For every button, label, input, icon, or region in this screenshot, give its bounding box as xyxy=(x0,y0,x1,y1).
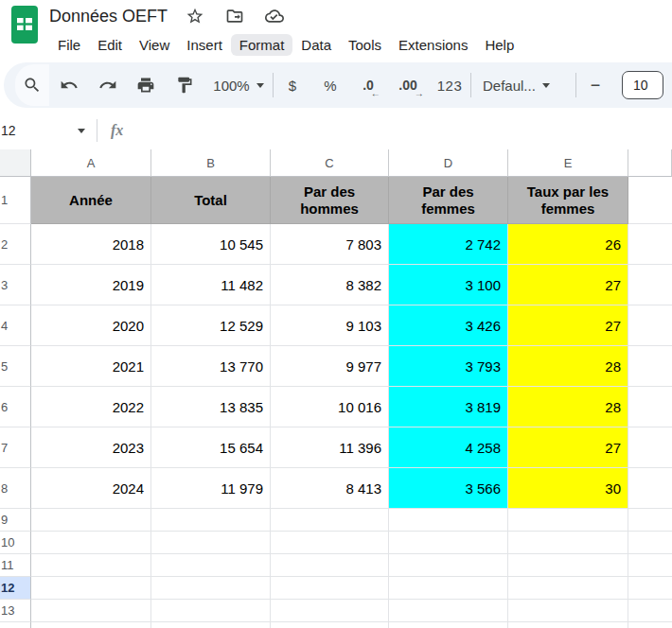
cell[interactable]: 2024 xyxy=(31,468,151,509)
cell[interactable] xyxy=(508,600,628,622)
row-header-9[interactable]: 9 xyxy=(0,509,31,532)
row-header-14-partial[interactable] xyxy=(0,622,31,628)
row-header-1[interactable]: 1 xyxy=(0,177,31,224)
row-header-11[interactable]: 11 xyxy=(0,554,31,577)
cell[interactable]: 27 xyxy=(508,305,628,346)
cell[interactable] xyxy=(389,600,508,622)
menu-format[interactable]: Format xyxy=(231,34,293,56)
cell[interactable] xyxy=(628,346,672,387)
cell[interactable]: 3 566 xyxy=(389,468,508,509)
cell[interactable] xyxy=(271,554,389,577)
menu-help[interactable]: Help xyxy=(476,34,522,56)
search-button[interactable] xyxy=(15,64,49,106)
row-header-10[interactable]: 10 xyxy=(0,532,31,554)
header-cell-annee[interactable]: Année xyxy=(31,177,151,224)
row-header-7[interactable]: 7 xyxy=(0,427,31,468)
menu-tools[interactable]: Tools xyxy=(340,34,390,56)
header-cell-total[interactable]: Total xyxy=(151,177,271,224)
paint-format-button[interactable] xyxy=(165,76,204,95)
cell[interactable] xyxy=(151,577,271,600)
chevron-down-icon[interactable] xyxy=(78,129,85,133)
row-header-2[interactable]: 2 xyxy=(0,224,31,265)
column-header-d[interactable]: D xyxy=(389,149,508,177)
cell[interactable]: 28 xyxy=(508,346,628,387)
row-header-5[interactable]: 5 xyxy=(0,346,31,387)
row-header-4[interactable]: 4 xyxy=(0,305,31,346)
cell[interactable] xyxy=(389,622,508,628)
cell[interactable]: 30 xyxy=(508,468,628,509)
cell[interactable]: 2020 xyxy=(31,305,151,346)
star-button[interactable] xyxy=(185,6,205,26)
cell[interactable] xyxy=(628,387,672,427)
cell[interactable] xyxy=(628,532,672,554)
row-header-3[interactable]: 3 xyxy=(0,265,31,305)
cell[interactable] xyxy=(151,600,271,622)
name-box[interactable]: 12 xyxy=(0,123,74,138)
cell[interactable] xyxy=(508,577,628,600)
cell[interactable]: 4 258 xyxy=(389,427,508,468)
cell[interactable] xyxy=(508,622,628,628)
header-cell-taux[interactable]: Taux par les femmes xyxy=(508,177,628,224)
cell[interactable]: 2023 xyxy=(31,427,151,468)
number-format-button[interactable]: 123 xyxy=(429,78,470,94)
menu-edit[interactable]: Edit xyxy=(89,34,131,56)
column-header-c[interactable]: C xyxy=(271,149,389,177)
cell[interactable] xyxy=(389,577,508,600)
cell[interactable] xyxy=(628,554,672,577)
cell[interactable] xyxy=(628,305,672,346)
move-to-folder-button[interactable] xyxy=(224,6,245,26)
cell[interactable] xyxy=(628,622,672,628)
cell[interactable]: 28 xyxy=(508,387,628,427)
cell[interactable] xyxy=(271,600,389,622)
cell[interactable]: 13 835 xyxy=(151,387,271,427)
cell[interactable]: 27 xyxy=(508,265,628,305)
cell[interactable]: 26 xyxy=(508,224,628,265)
font-size-input[interactable]: 10 xyxy=(622,71,663,99)
sheets-logo[interactable] xyxy=(0,0,49,59)
row-header-8[interactable]: 8 xyxy=(0,468,31,509)
cell[interactable] xyxy=(628,509,672,532)
cell[interactable]: 2022 xyxy=(31,387,151,427)
cell[interactable] xyxy=(271,509,389,532)
print-button[interactable] xyxy=(127,76,165,95)
column-header-e[interactable]: E xyxy=(508,149,628,177)
cell[interactable] xyxy=(271,622,389,628)
cell[interactable]: 2019 xyxy=(31,265,151,305)
cell[interactable] xyxy=(31,509,151,532)
document-title[interactable]: Données OEFT xyxy=(49,7,168,26)
cell[interactable] xyxy=(508,554,628,577)
menu-extensions[interactable]: Extensions xyxy=(390,34,476,56)
cell[interactable]: 13 770 xyxy=(151,346,271,387)
format-percent-button[interactable]: % xyxy=(311,78,349,94)
cell[interactable] xyxy=(628,468,672,509)
format-currency-button[interactable]: $ xyxy=(274,78,311,94)
cell[interactable]: 2018 xyxy=(31,224,151,265)
cell[interactable] xyxy=(628,224,672,265)
header-cell-hommes[interactable]: Par des hommes xyxy=(271,177,389,224)
cell[interactable] xyxy=(628,427,672,468)
cell[interactable] xyxy=(271,577,389,600)
cell[interactable] xyxy=(151,554,271,577)
cell[interactable] xyxy=(31,577,151,600)
row-header-12-selected[interactable]: 12 xyxy=(0,577,31,600)
cell[interactable] xyxy=(31,554,151,577)
cell[interactable]: 27 xyxy=(508,427,628,468)
menu-view[interactable]: View xyxy=(131,34,178,56)
cell[interactable]: 9 103 xyxy=(271,305,389,346)
cell[interactable]: 3 793 xyxy=(389,346,508,387)
header-cell-femmes[interactable]: Par des femmes xyxy=(389,177,508,224)
cell[interactable] xyxy=(508,532,628,554)
menu-insert[interactable]: Insert xyxy=(178,34,231,56)
cell[interactable]: 11 979 xyxy=(151,468,271,509)
undo-button[interactable] xyxy=(49,76,89,95)
cell[interactable]: 3 100 xyxy=(389,265,508,305)
cell[interactable]: 15 654 xyxy=(151,427,271,468)
row-header-6[interactable]: 6 xyxy=(0,387,31,427)
column-header-b[interactable]: B xyxy=(151,149,271,177)
decrease-font-size-button[interactable]: − xyxy=(576,76,614,96)
menu-data[interactable]: Data xyxy=(292,34,340,56)
cell[interactable] xyxy=(151,509,271,532)
cell[interactable] xyxy=(31,622,151,628)
cell[interactable]: 11 396 xyxy=(271,427,389,468)
cell[interactable] xyxy=(508,509,628,532)
